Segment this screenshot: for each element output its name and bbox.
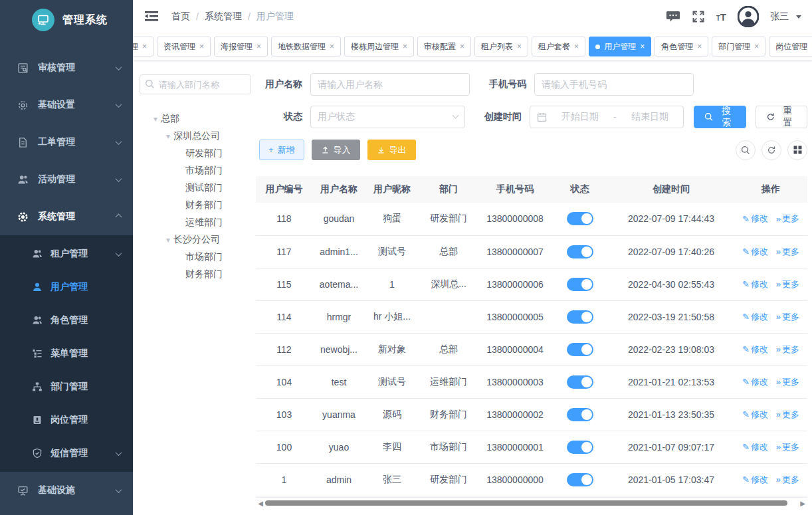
tab-close-icon[interactable]: × (754, 43, 759, 51)
date-range-picker[interactable]: 开始日期 - 结束日期 (530, 106, 684, 128)
more-link[interactable]: »更多 (776, 344, 799, 356)
tree-caret-icon[interactable]: ▾ (163, 132, 173, 141)
avatar[interactable] (738, 6, 759, 27)
collapse-menu-icon[interactable] (145, 11, 159, 23)
message-icon[interactable] (666, 10, 680, 23)
more-link[interactable]: »更多 (776, 311, 799, 323)
tree-caret-icon[interactable]: ▾ (163, 235, 173, 245)
search-button[interactable]: 搜索 (694, 106, 746, 128)
edit-link[interactable]: ✎修改 (742, 376, 768, 388)
edit-link[interactable]: ✎修改 (742, 213, 768, 225)
tab[interactable]: 楼栋周边管理 × (344, 37, 414, 56)
fullscreen-icon[interactable] (692, 10, 705, 23)
edit-link[interactable]: ✎修改 (742, 409, 768, 421)
tab-close-icon[interactable]: × (256, 43, 261, 51)
tab-close-icon[interactable]: × (697, 43, 702, 51)
reset-button[interactable]: 重置 (756, 106, 807, 128)
tree-node[interactable]: 研发部门 (140, 145, 253, 162)
sidebar-item-user[interactable]: 用户管理 (0, 270, 133, 304)
tree-node[interactable]: 运维部门 (140, 214, 253, 231)
tree-node[interactable]: 市场部门 (140, 249, 253, 266)
tab[interactable]: 管理 × (133, 37, 153, 56)
table-row[interactable]: 103 yuanma 源码 财务部门 13800000002 2021-01-1… (256, 398, 807, 431)
sidebar-item-workorder[interactable]: 工单管理 (0, 124, 133, 161)
tab-close-icon[interactable]: × (640, 43, 645, 51)
breadcrumb-home[interactable]: 首页 (171, 11, 190, 23)
user-name[interactable]: 张三 (770, 11, 789, 23)
tab-close-icon[interactable]: × (460, 43, 464, 51)
tab-close-icon[interactable]: × (330, 43, 334, 51)
scrollbar-track[interactable] (265, 500, 798, 506)
sidebar-item-activity[interactable]: 活动管理 (0, 161, 133, 198)
status-toggle[interactable] (567, 408, 593, 421)
tree-caret-icon[interactable]: ▾ (150, 114, 161, 124)
tree-node[interactable]: ▾深圳总公司 (140, 128, 253, 145)
scrollbar-thumb[interactable] (265, 500, 787, 506)
tab[interactable]: 租户套餐 × (532, 37, 585, 56)
more-link[interactable]: »更多 (776, 213, 799, 225)
date-start[interactable]: 开始日期 (554, 111, 607, 123)
tree-node[interactable]: ▾长沙分公司 (140, 231, 253, 249)
tab[interactable]: 部门管理 × (712, 37, 765, 56)
status-toggle[interactable] (567, 245, 593, 258)
table-row[interactable]: 114 hrmgr hr 小姐... 13800000005 2022-03-1… (256, 300, 807, 333)
tab-close-icon[interactable]: × (199, 43, 204, 51)
columns-grid-icon-button[interactable] (787, 140, 807, 160)
more-link[interactable]: »更多 (776, 409, 799, 421)
department-search-input[interactable] (140, 74, 251, 94)
edit-link[interactable]: ✎修改 (742, 246, 768, 258)
refresh-circle-button[interactable] (761, 140, 781, 160)
sidebar-item-basic-settings[interactable]: 基础设置 (0, 86, 133, 124)
tab-close-icon[interactable]: × (142, 43, 147, 51)
edit-link[interactable]: ✎修改 (742, 278, 768, 290)
status-toggle[interactable] (567, 473, 593, 486)
tab[interactable]: 资讯管理 × (157, 37, 211, 56)
username-input[interactable] (310, 73, 470, 96)
search-circle-button[interactable] (736, 140, 756, 160)
date-end[interactable]: 结束日期 (623, 111, 676, 123)
phone-input[interactable] (534, 73, 694, 96)
tab-close-icon[interactable]: × (403, 43, 407, 51)
tree-node[interactable]: 财务部门 (140, 197, 253, 214)
tab[interactable]: 地铁数据管理 × (271, 37, 341, 56)
sidebar-item-sms[interactable]: 短信管理 (0, 437, 133, 470)
edit-link[interactable]: ✎修改 (742, 344, 768, 356)
add-button[interactable]: + 新增 (259, 140, 304, 160)
tree-node[interactable]: 测试部门 (140, 179, 253, 197)
table-row[interactable]: 1 admin 张三 研发部门 13800000000 2021-01-05 1… (256, 463, 807, 496)
more-link[interactable]: »更多 (776, 441, 799, 453)
table-row[interactable]: 112 newobj... 新对象 总部 13800000004 2022-02… (256, 333, 807, 365)
scroll-left-arrow[interactable]: ◀ (256, 500, 265, 507)
more-link[interactable]: »更多 (776, 474, 799, 486)
table-row[interactable]: 100 yuao 李四 市场部门 13800000001 2021-01-07 … (256, 431, 807, 463)
more-link[interactable]: »更多 (776, 376, 799, 388)
tab[interactable]: 审核配置 × (417, 37, 471, 56)
status-toggle[interactable] (567, 441, 593, 454)
tab-close-icon[interactable]: × (517, 43, 522, 51)
tree-node[interactable]: 财务部门 (140, 266, 253, 283)
breadcrumb-system[interactable]: 系统管理 (205, 11, 242, 23)
more-link[interactable]: »更多 (776, 278, 799, 290)
font-size-icon[interactable]: TT (716, 11, 726, 23)
table-row[interactable]: 104 test 测试号 运维部门 13800000003 2021-01-21… (256, 365, 807, 398)
status-toggle[interactable] (567, 375, 593, 389)
sidebar-item-review[interactable]: 审核管理 (0, 49, 133, 86)
tab[interactable]: 海报管理 × (214, 37, 268, 56)
sidebar-item-role[interactable]: 角色管理 (0, 304, 133, 337)
more-link[interactable]: »更多 (776, 246, 799, 258)
tree-node[interactable]: ▾总部 (140, 110, 253, 128)
edit-link[interactable]: ✎修改 (742, 441, 768, 453)
tab[interactable]: 租户列表 × (474, 37, 528, 56)
table-row[interactable]: 118 goudan 狗蛋 研发部门 13800000008 2022-07-0… (256, 203, 807, 235)
status-toggle[interactable] (567, 343, 593, 356)
sidebar-item-menu[interactable]: 菜单管理 (0, 337, 133, 370)
status-toggle[interactable] (567, 278, 593, 291)
tab[interactable]: 角色管理 × (655, 37, 708, 56)
table-row[interactable]: 117 admin1... 测试号 总部 13800000007 2022-07… (256, 235, 807, 268)
import-button[interactable]: 导入 (312, 140, 360, 160)
status-toggle[interactable] (567, 212, 593, 225)
edit-link[interactable]: ✎修改 (742, 474, 768, 486)
scroll-right-arrow[interactable]: ▶ (798, 500, 807, 507)
status-toggle[interactable] (567, 310, 593, 324)
export-button[interactable]: 导出 (367, 140, 416, 160)
